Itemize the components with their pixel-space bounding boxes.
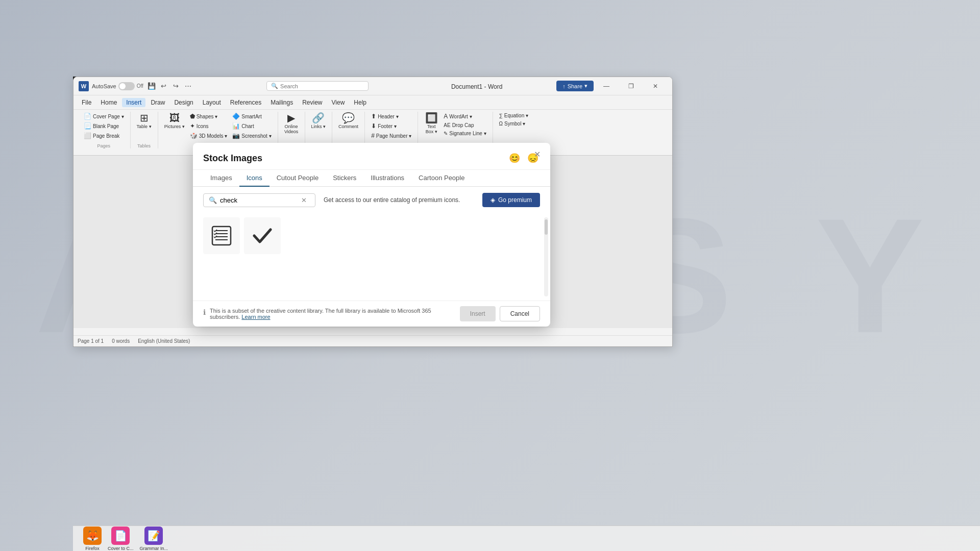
title-search-box[interactable]: 🔍 (266, 81, 369, 91)
drop-cap-button[interactable]: AE Drop Cap (442, 121, 488, 129)
footer-info-text: This is a subset of the creative content… (210, 308, 448, 320)
wordart-label: WordArt ▾ (449, 114, 472, 119)
comments-group-content: 💬 Comment (336, 112, 360, 130)
taskbar-app-grammar[interactable]: 📝 Grammar In... (140, 527, 168, 551)
page-break-button[interactable]: ⬜ Page Break (82, 131, 126, 140)
tables-label: Tables (137, 143, 151, 148)
menu-file[interactable]: File (78, 98, 95, 107)
header-button[interactable]: ⬆ Header ▾ (369, 112, 413, 121)
taskbar-app-cover[interactable]: 📄 Cover to C... (108, 527, 134, 551)
page-number-button[interactable]: # Page Number ▾ (369, 131, 413, 140)
tab-stickers[interactable]: Stickers (326, 170, 363, 187)
redo-icon[interactable]: ↪ (171, 81, 181, 91)
shapes-button[interactable]: ⬟ Shapes ▾ (188, 112, 230, 121)
ribbon-group-pages: 📄 Cover Page ▾ 📃 Blank Page ⬜ Page Break (78, 112, 131, 148)
3d-models-icon: 🎲 (190, 132, 198, 139)
symbol-button[interactable]: Ω Symbol ▾ (497, 120, 530, 128)
scroll-track[interactable] (544, 217, 548, 296)
autosave-toggle[interactable] (118, 82, 135, 90)
online-videos-button[interactable]: ▶ OnlineVideos (282, 112, 301, 135)
cover-page-button[interactable]: 📄 Cover Page ▾ (82, 112, 126, 121)
tab-icons[interactable]: Icons (239, 170, 270, 187)
restore-button[interactable]: ❐ (619, 79, 643, 94)
comment-button[interactable]: 💬 Comment (336, 112, 360, 130)
save-icon[interactable]: 💾 (146, 81, 157, 91)
more-icon[interactable]: ⋯ (183, 81, 193, 91)
result-checkmark[interactable] (244, 217, 281, 254)
text-box-button[interactable]: 🔲 TextBox ▾ (422, 112, 440, 135)
results-grid (203, 217, 540, 254)
autosave-area: AutoSave Off (92, 82, 143, 90)
modal-results[interactable] (193, 213, 550, 300)
learn-more-link[interactable]: Learn more (241, 314, 270, 320)
pictures-button[interactable]: 🖼 Pictures ▾ (162, 112, 187, 130)
page-break-label: Page Break (93, 133, 119, 139)
equation-label: Equation ▾ (504, 113, 528, 118)
comment-label: Comment (338, 124, 358, 129)
smartart-button[interactable]: 🔷 SmartArt (230, 112, 273, 121)
word-count: 0 words (112, 338, 130, 344)
cover-app-icon: 📄 (111, 527, 130, 545)
modal-close-button[interactable]: ✕ (531, 148, 543, 160)
share-label: Share (568, 83, 582, 89)
cover-app-label: Cover to C... (108, 546, 134, 551)
menu-mailings[interactable]: Mailings (266, 98, 297, 107)
symbols-group-content: ∑ Equation ▾ Ω Symbol ▾ (497, 112, 530, 128)
undo-icon[interactable]: ↩ (159, 81, 169, 91)
word-app-icon: W (79, 81, 89, 91)
table-button[interactable]: ⊞ Table ▾ (135, 112, 154, 130)
checkmark-svg (251, 224, 274, 247)
title-search-input[interactable] (280, 83, 362, 89)
share-button[interactable]: ↑ Share ▾ (556, 81, 594, 91)
shapes-label: Shapes ▾ (197, 114, 218, 119)
tab-cartoon-people[interactable]: Cartoon People (411, 170, 472, 187)
signature-label: Signature Line ▾ (449, 131, 486, 136)
pictures-icon: 🖼 (169, 113, 180, 123)
search-clear-button[interactable]: ✕ (301, 196, 307, 204)
online-videos-label: OnlineVideos (284, 124, 298, 134)
cancel-button[interactable]: Cancel (500, 306, 540, 321)
tables-group-content: ⊞ Table ▾ (135, 112, 154, 130)
title-bar-left: W AutoSave Off 💾 ↩ ↪ ⋯ (79, 81, 238, 91)
menu-references[interactable]: References (226, 98, 265, 107)
blank-page-button[interactable]: 📃 Blank Page (82, 121, 126, 131)
menu-view[interactable]: View (328, 98, 349, 107)
chart-button[interactable]: 📊 Chart (230, 121, 273, 131)
close-button[interactable]: ✕ (644, 79, 667, 94)
firefox-icon: 🦊 (83, 527, 102, 545)
menu-draw[interactable]: Draw (146, 98, 169, 107)
scroll-thumb[interactable] (545, 219, 548, 235)
diamond-icon: ◈ (491, 196, 495, 204)
insert-button[interactable]: Insert (460, 306, 496, 321)
minimize-button[interactable]: — (595, 79, 618, 94)
menu-help[interactable]: Help (350, 98, 371, 107)
modal-search-row: 🔍 ✕ Get access to our entire catalog of … (193, 187, 550, 213)
3d-models-button[interactable]: 🎲 3D Models ▾ (188, 131, 230, 140)
tab-images[interactable]: Images (203, 170, 239, 187)
menu-design[interactable]: Design (170, 98, 197, 107)
table-label: Table ▾ (137, 124, 152, 129)
menu-insert[interactable]: Insert (122, 98, 145, 107)
modal-search-box[interactable]: 🔍 ✕ (203, 193, 315, 207)
online-videos-icon: ▶ (287, 113, 295, 123)
tab-illustrations[interactable]: Illustrations (363, 170, 411, 187)
menu-review[interactable]: Review (298, 98, 326, 107)
footer-button[interactable]: ⬇ Footer ▾ (369, 121, 413, 131)
go-premium-button[interactable]: ◈ Go premium (482, 193, 540, 207)
menu-home[interactable]: Home (96, 98, 121, 107)
icons-button[interactable]: ✦ Icons (188, 121, 230, 131)
menu-layout[interactable]: Layout (199, 98, 225, 107)
status-bar: Page 1 of 1 0 words English (United Stat… (74, 335, 672, 346)
tab-cutout-people[interactable]: Cutout People (270, 170, 326, 187)
search-input[interactable] (220, 196, 299, 204)
taskbar-app-firefox[interactable]: 🦊 Firefox (83, 527, 102, 551)
signature-button[interactable]: ✎ Signature Line ▾ (442, 130, 488, 137)
result-checklist[interactable] (203, 217, 240, 254)
illustrations-col2: 🔷 SmartArt 📊 Chart 📷 Screenshot ▾ (230, 112, 273, 140)
wordart-button[interactable]: A WordArt ▾ (442, 112, 488, 121)
links-button[interactable]: 🔗 Links ▾ (309, 112, 328, 130)
screenshot-button[interactable]: 📷 Screenshot ▾ (230, 131, 273, 140)
stock-images-modal: Stock Images 😊 😞 ✕ Images Icons Cutout P… (193, 143, 550, 327)
equation-button[interactable]: ∑ Equation ▾ (497, 112, 530, 119)
happy-face-button[interactable]: 😊 (507, 151, 522, 165)
